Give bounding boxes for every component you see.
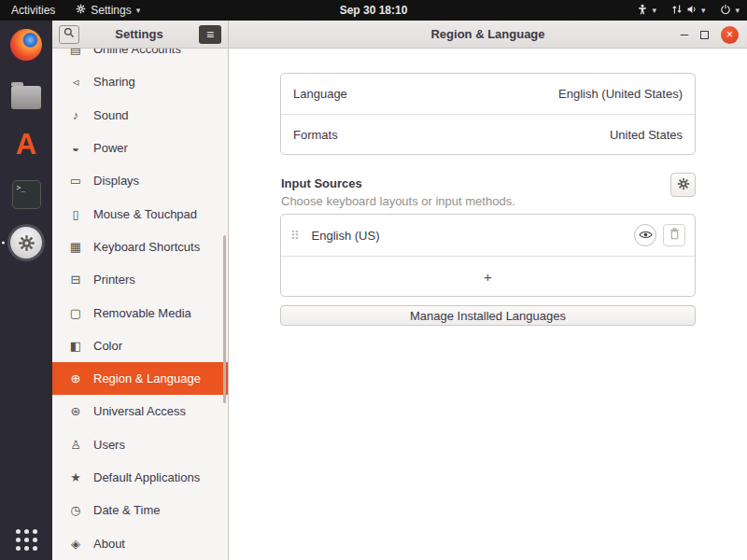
sidebar-item-mouse-touchpad[interactable]: ▯ Mouse & Touchpad [52,197,228,230]
system-status-menu-button[interactable]: ▾ [664,0,713,21]
grid-dot [33,546,37,551]
status-area: ▾ ▾ ▾ [629,0,747,21]
dock-item-software[interactable]: A [7,125,45,162]
star-icon: ★ [68,470,83,484]
sidebar-item-keyboard-shortcuts[interactable]: ▦ Keyboard Shortcuts [52,231,228,263]
grid-dot [16,546,21,551]
primary-menu-button[interactable]: ≡ [199,25,221,44]
headerbar: Region & Language – × [229,21,747,49]
sidebar-item-label: Mouse & Touchpad [93,207,197,221]
dock-item-settings[interactable] [7,224,45,261]
formats-row[interactable]: Formats United States [281,114,695,154]
universal-access-icon: ⊛ [68,404,83,418]
input-source-row[interactable]: ⠿ English (US) [281,215,695,256]
sidebar-item-users[interactable]: ♙ Users [52,428,228,461]
app-menu-button[interactable]: Settings ▾ [66,0,149,21]
sidebar-item-removable-media[interactable]: ▢ Removable Media [52,296,228,329]
top-bar: Activities Settings ▾ Sep 30 18:10 [0,0,747,21]
sidebar-list: ▤ Online Accounts ◃ Sharing ♪ Sound ◒ Po… [52,49,229,560]
show-applications-button[interactable] [16,529,37,551]
sidebar-item-label: Color [93,339,122,353]
dock-item-files[interactable] [7,77,45,114]
search-button[interactable] [59,25,79,44]
sidebar-item-label: Users [93,438,125,452]
chevron-down-icon: ▾ [735,6,740,15]
power-icon [720,4,731,18]
sidebar-item-label: Power [93,141,128,155]
language-row[interactable]: Language English (United States) [281,74,695,114]
region-language-panel: Language English (United States) Formats… [229,49,747,560]
sound-icon: ♪ [68,108,83,122]
minimize-button[interactable]: – [681,26,688,44]
input-sources-list: ⠿ English (US) [280,214,696,297]
ubuntu-software-icon: A [16,130,36,159]
gear-icon [76,4,86,17]
locale-list: Language English (United States) Formats… [280,73,696,155]
drag-handle-icon[interactable]: ⠿ [290,229,300,243]
dock: A >_ [0,21,52,560]
chevron-down-icon: ▾ [652,6,656,15]
terminal-prompt: >_ [17,184,26,192]
grid-dot [16,538,21,542]
sidebar-item-printers[interactable]: ⊟ Printers [52,263,228,296]
input-source-label: English (US) [309,229,625,243]
content-pane: Region & Language – × Language English (… [229,21,747,560]
clock-button[interactable]: Sep 30 18:10 [340,0,408,21]
sidebar-item-label: Date & Time [93,503,161,517]
power-menu-button[interactable]: ▾ [712,0,747,21]
online-accounts-icon: ▤ [68,49,83,56]
page-title: Region & Language [430,27,544,41]
settings-window: Settings ≡ ▤ Online Accounts ◃ Sharing ♪… [52,21,747,560]
language-label: Language [293,87,347,101]
accessibility-icon [637,4,648,18]
settings-gear-icon [10,227,42,259]
hamburger-icon: ≡ [206,28,214,41]
accessibility-menu-button[interactable]: ▾ [629,0,664,21]
app-menu-label: Settings [91,4,131,17]
close-button[interactable]: × [721,26,739,44]
chevron-down-icon: ▾ [136,6,141,15]
sidebar-headerbar: Settings ≡ [52,21,229,49]
input-sources-title: Input Sources [281,176,362,190]
formats-label: Formats [293,128,338,142]
manage-installed-languages-button[interactable]: Manage Installed Languages [280,305,696,326]
clock-icon: ◷ [68,503,83,517]
sidebar-item-color[interactable]: ◧ Color [52,329,228,362]
color-icon: ◧ [68,339,83,353]
maximize-button[interactable] [700,31,709,39]
sidebar-item-power[interactable]: ◒ Power [52,132,228,164]
sidebar-item-label: Default Applications [93,470,200,484]
sidebar-item-label: Sharing [93,75,135,89]
terminal-icon: >_ [12,180,41,209]
sidebar-item-label: About [93,537,125,551]
about-icon: ◈ [68,537,83,551]
eye-icon [639,229,653,243]
grid-dot [24,538,29,542]
dock-item-firefox[interactable] [7,26,45,63]
sidebar-item-online-accounts[interactable]: ▤ Online Accounts [52,49,228,65]
dock-item-terminal[interactable]: >_ [7,175,45,213]
sidebar-item-universal-access[interactable]: ⊛ Universal Access [52,395,228,427]
sidebar-title: Settings [115,27,162,41]
sidebar-item-region-language[interactable]: ⊕ Region & Language [52,362,228,395]
sidebar-item-about[interactable]: ◈ About [52,526,228,559]
activities-button[interactable]: Activities [0,0,66,21]
sidebar-item-default-applications[interactable]: ★ Default Applications [52,461,228,494]
remove-source-button[interactable] [663,224,685,246]
globe-icon: ⊕ [68,371,83,385]
sidebar-item-displays[interactable]: ▭ Displays [52,164,228,197]
sidebar-item-label: Sound [93,108,129,122]
add-input-source-button[interactable]: + [281,256,695,296]
sidebar-item-label: Region & Language [93,371,201,385]
sharing-icon: ◃ [68,75,83,89]
input-sources-subtitle: Choose keyboard layouts or input methods… [281,194,515,208]
show-layout-button[interactable] [634,224,656,246]
sidebar-scrollbar[interactable] [223,235,226,403]
input-sources-options-button[interactable] [670,173,696,197]
grid-dot [33,529,37,534]
sidebar-item-sharing[interactable]: ◃ Sharing [52,65,228,98]
power-settings-icon: ◒ [68,141,83,155]
formats-value: United States [610,128,683,142]
sidebar-item-date-time[interactable]: ◷ Date & Time [52,494,228,526]
sidebar-item-sound[interactable]: ♪ Sound [52,99,228,132]
